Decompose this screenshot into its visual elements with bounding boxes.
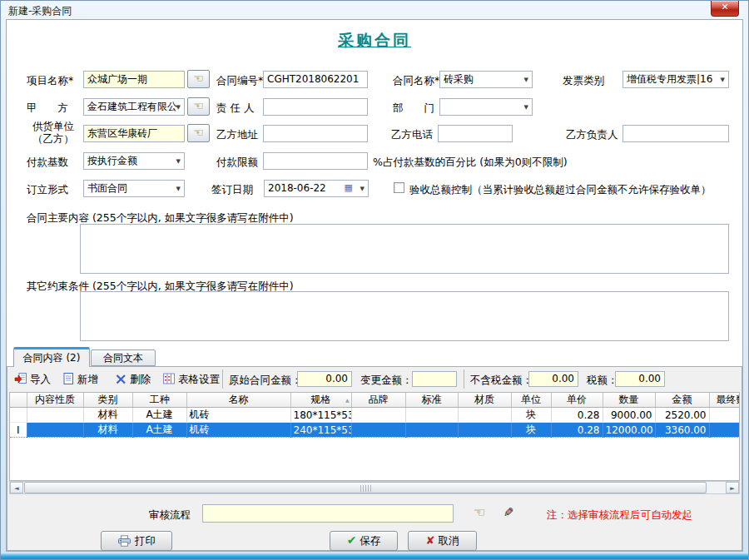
horizontal-scrollbar[interactable]: ◄ ►	[9, 481, 740, 494]
col-header[interactable]: 材质	[458, 393, 511, 408]
main-content-textarea[interactable]	[80, 224, 729, 274]
scroll-left-arrow[interactable]: ◄	[10, 482, 23, 493]
cell[interactable]: A土建	[132, 423, 186, 438]
accept-total-checkbox[interactable]	[394, 182, 404, 193]
contract-no-input[interactable]: CGHT2018062201	[263, 71, 368, 88]
tab-contract-text[interactable]: 合同文本	[91, 349, 156, 366]
hand-lookup-icon: ☜	[193, 126, 204, 139]
change-amount-field[interactable]	[412, 371, 457, 387]
accept-total-label: 验收总额控制（当累计验收总额超过合同金额不允许保存验收单）	[409, 183, 712, 196]
pay-base-select[interactable]: 按执行金额▼	[83, 152, 185, 170]
row-selector-cell[interactable]: I	[10, 423, 27, 438]
check-icon: ✔	[347, 533, 357, 547]
scrollbar-thumb[interactable]	[24, 482, 707, 493]
cell[interactable]	[351, 408, 405, 423]
col-header[interactable]: 单价	[551, 393, 603, 408]
col-header[interactable]: 单位	[511, 393, 551, 408]
cell[interactable]: 块	[511, 408, 551, 423]
col-header[interactable]: 标准	[405, 393, 458, 408]
table-row[interactable]: 材料 A土建 机砖 180*115*53 块 0.28 9000.00 2520…	[10, 408, 740, 423]
party-a-select[interactable]: 金石建筑工程有限公▼	[83, 98, 185, 116]
delete-row-button[interactable]: 删除	[115, 371, 151, 388]
cancel-button[interactable]: ✘取消	[408, 531, 477, 551]
sort-asc-icon: ▲	[345, 397, 350, 403]
contract-name-select[interactable]: 砖采购▼	[439, 71, 533, 88]
col-header[interactable]: 数量	[603, 393, 655, 408]
project-lookup-button[interactable]: ☜	[187, 70, 210, 88]
invoice-type-select[interactable]: 增值税专用发票|16▼	[623, 71, 729, 88]
col-header[interactable]: 内容性质	[27, 393, 83, 408]
window-purchase-contract: 新建-采购合同 ✕ 采购合同 项目名称* 众城广场一期 ☜ 合同编号* CGHT…	[0, 0, 749, 560]
grid-settings-label: 表格设置	[178, 373, 220, 385]
pay-base-label: 付款基数	[27, 156, 68, 168]
save-button[interactable]: ✔保存	[330, 531, 398, 551]
cell[interactable]: 2520.00	[655, 408, 709, 423]
supplier-lookup-button[interactable]: ☜	[187, 124, 210, 142]
cell[interactable]	[458, 408, 511, 423]
table-row-selected[interactable]: I 材料 A土建 机砖 240*115*53 块 0.28 12000.00 3…	[10, 423, 740, 438]
cell[interactable]: 机砖	[186, 408, 290, 423]
cell[interactable]: 180*115*53	[290, 408, 351, 423]
sign-form-select[interactable]: 书面合同▼	[83, 180, 185, 197]
tax-label: 税额：	[587, 374, 618, 386]
chevron-down-icon: ▼	[524, 104, 528, 111]
review-flow-input[interactable]	[202, 504, 454, 523]
project-input[interactable]: 众城广场一期	[83, 71, 185, 88]
party-b-phone-input[interactable]	[438, 125, 513, 142]
orig-amount-field[interactable]: 0.00	[297, 371, 352, 387]
cell[interactable]: 材料	[83, 423, 132, 438]
hand-lookup-icon[interactable]: ☜	[474, 504, 485, 521]
col-header[interactable]: 金额	[655, 393, 709, 408]
cell[interactable]: 块	[511, 423, 551, 438]
tab-contract-content[interactable]: 合同内容 (2)	[13, 347, 90, 367]
col-header[interactable]: 工种	[132, 393, 186, 408]
print-button[interactable]: 打印	[101, 531, 172, 551]
tax-field[interactable]: 0.00	[615, 371, 665, 387]
supplier-input[interactable]: 东营区华康砖厂	[83, 125, 185, 142]
cell[interactable]	[351, 423, 405, 438]
other-terms-textarea[interactable]	[80, 291, 729, 341]
cell[interactable]: 12000.00	[603, 423, 655, 438]
excl-tax-field[interactable]: 0.00	[528, 371, 578, 387]
cell[interactable]: A土建	[132, 408, 186, 423]
cell[interactable]	[405, 423, 458, 438]
cell[interactable]	[458, 423, 511, 438]
cell[interactable]	[709, 408, 740, 423]
party-b-head-input[interactable]	[623, 125, 729, 142]
import-button[interactable]: 导入	[14, 371, 51, 388]
grid-settings-button[interactable]: 表格设置	[162, 371, 220, 388]
col-header[interactable]: 品牌	[351, 393, 405, 408]
row-selector-header[interactable]	[10, 393, 27, 408]
pay-limit-input[interactable]	[263, 152, 368, 170]
cell[interactable]: 9000.00	[603, 408, 655, 423]
window-title: 新建-采购合同	[8, 4, 72, 18]
cell[interactable]: 3360.00	[655, 423, 709, 438]
titlebar[interactable]: 新建-采购合同 ✕	[1, 1, 748, 19]
row-selector-cell[interactable]	[10, 408, 27, 423]
party-b-address-input[interactable]	[263, 125, 368, 142]
cell[interactable]: 材料	[83, 408, 132, 423]
scroll-right-arrow[interactable]: ►	[726, 482, 739, 493]
pencil-icon[interactable]: ✎	[503, 504, 514, 521]
other-terms-label: 其它约束条件 (255个字以内, 如果文字很多请写在附件中)	[27, 280, 294, 292]
department-select[interactable]: ▼	[439, 98, 533, 116]
col-header[interactable]: 最终数量	[709, 393, 740, 408]
col-header-label: 规格	[311, 394, 331, 405]
col-header[interactable]: 名称	[186, 393, 290, 408]
cell[interactable]	[405, 408, 458, 423]
party-a-lookup-button[interactable]: ☜	[187, 97, 210, 116]
col-header[interactable]: 规格▲	[290, 393, 351, 408]
cell[interactable]: 机砖	[186, 423, 290, 438]
cell[interactable]: 0.28	[551, 408, 603, 423]
responsible-input[interactable]	[263, 98, 368, 116]
col-header[interactable]: 类别	[83, 393, 132, 408]
close-button[interactable]: ✕	[711, 1, 739, 17]
cell[interactable]	[709, 423, 740, 438]
sign-date-input[interactable]: 2018-06-22▦▼	[264, 180, 369, 197]
add-row-button[interactable]: 新增	[62, 371, 98, 388]
main-content-label: 合同主要内容 (255个字以内, 如果文字很多请写在附件中)	[27, 211, 294, 224]
cell[interactable]	[27, 408, 83, 423]
cell[interactable]: 0.28	[551, 423, 603, 438]
cell[interactable]: 240*115*53	[290, 423, 351, 438]
cell[interactable]	[27, 423, 83, 438]
